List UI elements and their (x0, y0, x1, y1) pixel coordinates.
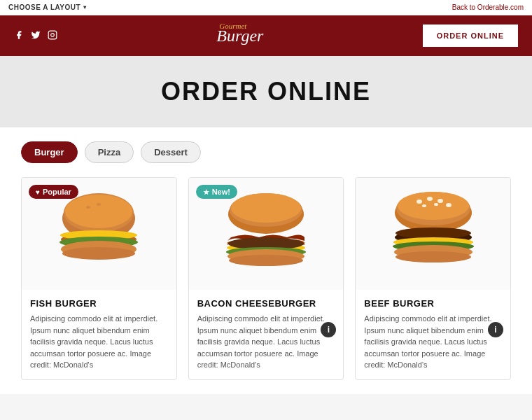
svg-point-34 (396, 251, 471, 262)
info-button-beef[interactable]: i (488, 322, 503, 337)
svg-point-19 (229, 255, 303, 266)
product-desc-fish-burger: Adipiscing commodo elit at imperdiet. Ip… (30, 313, 168, 371)
new-badge-label: New! (212, 188, 230, 196)
site-logo: Gourmet Burger (216, 27, 263, 44)
product-title-bacon-cheeseburger: BACON CHEESEBURGER (197, 298, 335, 309)
choose-layout-label: CHOOSE A LAYOUT (8, 4, 80, 11)
order-online-header-button[interactable]: ORDER ONLINE (423, 24, 518, 47)
product-image-beef-burger (356, 178, 510, 290)
logo-gourmet: Gourmet (219, 22, 246, 30)
product-card-beef-burger: i BEEF BURGER Adipiscing commodo elit at… (355, 177, 511, 380)
svg-point-14 (231, 193, 301, 223)
svg-point-11 (62, 247, 135, 260)
heart-icon: ♥ (36, 188, 40, 196)
svg-point-30 (396, 227, 471, 239)
info-button-bacon[interactable]: i (321, 322, 336, 337)
product-desc-bacon-cheeseburger: Adipiscing commodo elit at imperdiet. Ip… (197, 313, 335, 371)
instagram-icon[interactable] (48, 30, 57, 42)
new-badge: ★ New! (196, 185, 237, 199)
product-card-bacon-cheeseburger: ★ New! (188, 177, 344, 380)
product-info-bacon-cheeseburger: BACON CHEESEBURGER Adipiscing commodo el… (189, 290, 344, 379)
twitter-icon[interactable] (31, 30, 41, 42)
choose-layout-dropdown[interactable]: CHOOSE A LAYOUT ▾ (8, 4, 87, 11)
category-tabs: Burger Pizza Dessert (21, 141, 511, 163)
product-title-fish-burger: FISH BURGER (30, 298, 168, 309)
page-title: ORDER ONLINE (0, 77, 532, 106)
product-title-beef-burger: BEEF BURGER (364, 298, 502, 309)
product-desc-beef-burger: Adipiscing commodo elit at imperdiet. Ip… (364, 313, 502, 371)
svg-point-26 (446, 203, 451, 207)
site-header: Gourmet Burger ORDER ONLINE (0, 15, 532, 56)
svg-point-5 (86, 206, 90, 209)
svg-point-23 (416, 200, 422, 204)
svg-point-25 (438, 199, 443, 203)
product-card-fish-burger: ♥ Popular (21, 177, 177, 380)
product-info-fish-burger: FISH BURGER Adipiscing commodo elit at i… (22, 290, 176, 379)
star-icon: ★ (203, 188, 209, 196)
hero-section: ORDER ONLINE (0, 56, 532, 127)
svg-point-4 (65, 195, 132, 228)
svg-point-27 (422, 204, 426, 207)
product-grid: ♥ Popular (21, 177, 511, 380)
social-icons (14, 30, 57, 42)
chevron-down-icon: ▾ (83, 4, 87, 10)
tab-burger[interactable]: Burger (21, 141, 78, 163)
svg-point-28 (434, 203, 438, 206)
svg-point-22 (398, 192, 469, 220)
tab-dessert[interactable]: Dessert (141, 141, 201, 163)
popular-badge: ♥ Popular (29, 185, 78, 199)
svg-rect-0 (48, 31, 57, 39)
facebook-icon[interactable] (14, 30, 24, 42)
product-info-beef-burger: BEEF BURGER Adipiscing commodo elit at i… (356, 290, 510, 379)
svg-point-6 (97, 203, 101, 206)
top-bar: CHOOSE A LAYOUT ▾ Back to Orderable.com (0, 0, 532, 15)
popular-badge-label: Popular (43, 188, 71, 196)
svg-point-24 (427, 197, 433, 201)
main-content: Burger Pizza Dessert ♥ Popular (0, 127, 532, 394)
tab-pizza[interactable]: Pizza (85, 141, 134, 163)
back-to-orderable-link[interactable]: Back to Orderable.com (452, 4, 524, 11)
